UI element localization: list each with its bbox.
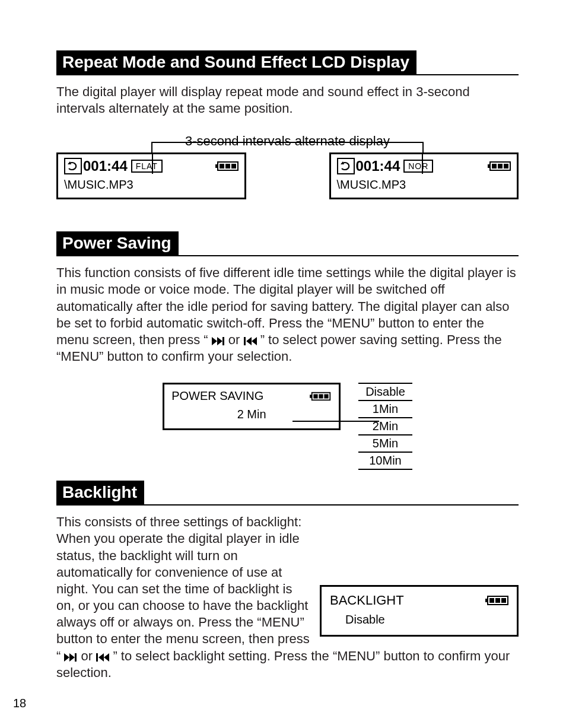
svg-rect-0 (222, 337, 224, 345)
repeat-icon (337, 158, 355, 174)
ps-lcd-title: POWER SAVING (171, 389, 263, 403)
power-saving-lcd: POWER SAVING 2 Min (163, 383, 341, 430)
power-intro-mid: or (228, 332, 244, 347)
ps-option: 1Min (358, 400, 412, 417)
ps-connector-line (292, 421, 379, 422)
lcd-time: 001:44 (356, 158, 400, 174)
backlight-intro-post: ” to select backlight setting. Press the… (56, 648, 510, 680)
ps-option: Disable (358, 383, 412, 400)
section-title-backlight: Backlight (56, 481, 144, 504)
backlight-intro-mid: or (81, 648, 97, 663)
power-saving-options: Disable 1Min 2Min 5Min 10Min (358, 383, 412, 470)
svg-rect-1 (244, 337, 246, 345)
ps-option: 5Min (358, 434, 412, 452)
alternate-bracket (151, 142, 424, 152)
repeat-icon (64, 158, 82, 174)
lcd-filename: \MUSIC.MP3 (64, 178, 239, 192)
bl-lcd-value: Disable (330, 613, 508, 627)
lcd-time: 001:44 (83, 158, 128, 174)
svg-rect-3 (96, 653, 98, 662)
prev-icon (96, 653, 109, 662)
battery-icon (217, 161, 239, 171)
section-title-row: Power Saving (56, 231, 519, 256)
page-number: 18 (13, 697, 26, 710)
backlight-intro-pre: This consists of three settings of backl… (56, 514, 310, 663)
lcd-left: 001:44 FLAT \MUSIC.MP3 (56, 152, 246, 199)
power-intro: This function consists of five different… (56, 265, 519, 365)
ps-option: 10Min (358, 452, 412, 470)
eq-badge: NOR (403, 160, 433, 173)
section-title-power: Power Saving (56, 231, 179, 255)
backlight-lcd: BACKLIGHT Disable (320, 585, 519, 637)
power-saving-figure: POWER SAVING 2 Min Disable 1Min 2Min 5Mi… (56, 383, 519, 470)
section-title-row: Repeat Mode and Sound Effect LCD Display (56, 50, 519, 75)
battery-icon (489, 161, 511, 171)
battery-icon (487, 596, 508, 605)
svg-rect-2 (75, 653, 77, 662)
bl-lcd-title: BACKLIGHT (330, 593, 404, 608)
ps-lcd-value: 2 Min (171, 408, 332, 421)
repeat-intro: The digital player will display repeat m… (56, 84, 519, 117)
section-title-repeat: Repeat Mode and Sound Effect LCD Display (56, 50, 416, 74)
prev-icon (244, 337, 257, 345)
lcd-right: 001:44 NOR \MUSIC.MP3 (329, 152, 519, 199)
battery-icon (311, 392, 330, 400)
next-icon (212, 337, 225, 345)
lcd-filename: \MUSIC.MP3 (337, 178, 511, 192)
section-title-row: Backlight (56, 481, 519, 506)
next-icon (64, 653, 77, 662)
lcd-pair: 001:44 FLAT \MUSIC.MP3 001:44 NOR \MUSIC… (56, 152, 519, 199)
eq-badge: FLAT (131, 160, 163, 173)
ps-option: 2Min (358, 417, 412, 434)
